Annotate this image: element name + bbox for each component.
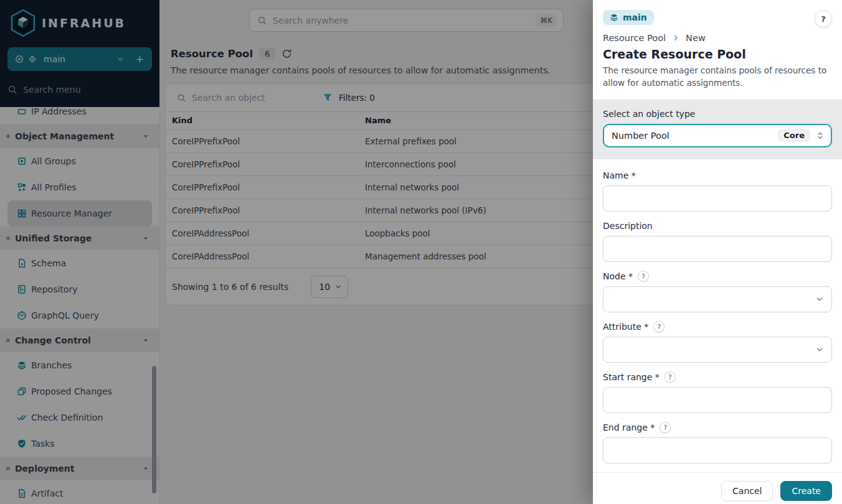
field-node: Node * ?: [603, 271, 832, 312]
field-label: Attribute *: [603, 322, 648, 332]
help-icon[interactable]: ?: [653, 321, 665, 332]
drawer-title: Create Resource Pool: [603, 47, 832, 61]
drawer-footer: Cancel Create: [593, 472, 842, 504]
chevron-down-icon: [815, 345, 824, 354]
branch-badge-label: main: [623, 12, 647, 22]
chevron-right-icon: [672, 34, 679, 42]
field-start-range: Start range * ?: [603, 371, 832, 413]
field-label: End range *: [603, 422, 655, 432]
branch-badge: main: [603, 10, 654, 25]
end-range-input[interactable]: [603, 438, 831, 463]
node-select[interactable]: [603, 286, 832, 312]
attribute-select-input[interactable]: [603, 337, 831, 362]
create-form: Name * Description Node * ?: [593, 159, 842, 472]
modal-overlay[interactable]: [0, 0, 593, 504]
drawer-header: main ? Resource Pool New Create Resource…: [593, 0, 842, 100]
field-label: Node *: [603, 271, 633, 281]
node-select-input[interactable]: [603, 287, 831, 312]
field-end-range: End range * ?: [603, 422, 832, 464]
field-name: Name *: [603, 170, 832, 212]
breadcrumb-parent[interactable]: Resource Pool: [603, 33, 666, 43]
help-icon[interactable]: ?: [660, 422, 671, 433]
object-type-label: Select an object type: [603, 109, 832, 119]
attribute-select[interactable]: [603, 337, 832, 363]
field-label: Description: [603, 221, 653, 231]
field-label: Name *: [603, 170, 636, 180]
field-description: Description: [603, 220, 832, 262]
object-type-value: Number Pool: [612, 131, 778, 141]
app-root: INFRAHUB main: [0, 0, 842, 504]
name-input[interactable]: [603, 186, 831, 211]
help-icon[interactable]: ?: [665, 371, 676, 383]
breadcrumb: Resource Pool New: [603, 33, 832, 43]
updown-chevrons-icon: [816, 131, 825, 141]
object-type-section: Select an object type Number Pool Core: [593, 100, 842, 159]
field-label: Start range *: [603, 372, 660, 382]
help-button[interactable]: ?: [815, 10, 832, 27]
object-type-combobox[interactable]: Number Pool Core: [603, 124, 832, 147]
chevron-down-icon: [815, 295, 824, 304]
drawer-description: The resource manager contains pools of r…: [603, 64, 835, 90]
field-attribute: Attribute * ?: [603, 321, 832, 363]
namespace-badge: Core: [778, 129, 810, 142]
description-input[interactable]: [603, 236, 831, 261]
create-button[interactable]: Create: [780, 481, 832, 501]
layers-icon: [610, 13, 618, 22]
cancel-button[interactable]: Cancel: [721, 481, 773, 501]
help-icon[interactable]: ?: [638, 271, 649, 282]
create-resource-pool-drawer: main ? Resource Pool New Create Resource…: [593, 0, 842, 504]
start-range-input[interactable]: [603, 388, 831, 413]
breadcrumb-current: New: [686, 33, 706, 43]
